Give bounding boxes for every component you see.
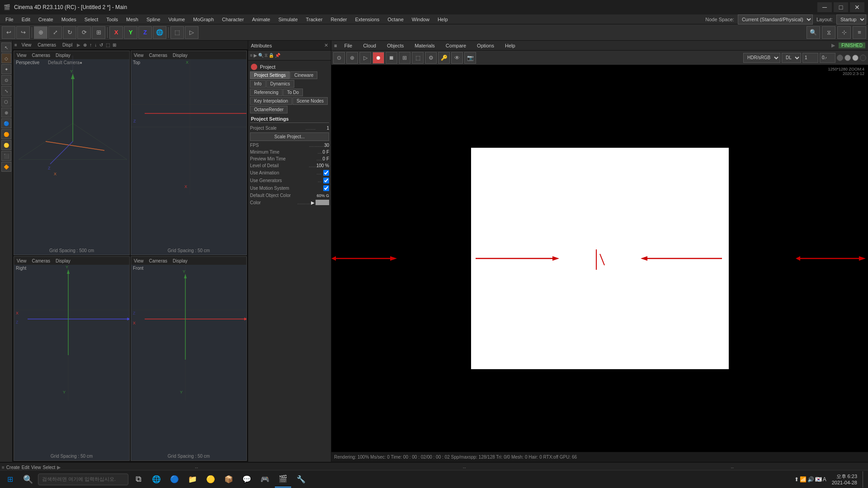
snap-icon[interactable]: ⊹ (837, 26, 851, 39)
menu-tools[interactable]: Tools (103, 16, 122, 23)
vp-t-display[interactable]: Display (171, 51, 189, 59)
menu-file[interactable]: File (2, 16, 17, 23)
render-key-btn[interactable]: 🔑 (438, 52, 450, 64)
app6-icon[interactable]: 💬 (239, 471, 255, 488)
tab-project-settings[interactable]: Project Settings (250, 71, 290, 79)
app5-icon[interactable]: 📦 (221, 471, 237, 488)
tool-9[interactable]: 🟠 (1, 129, 11, 139)
filter-icon[interactable]: ⧖ (822, 26, 835, 39)
tab-octane[interactable]: OctaneRender (250, 106, 288, 113)
vp-t-view[interactable]: View (132, 51, 146, 59)
attr-toolbar-lock[interactable]: 🔒 (269, 53, 274, 58)
cinema4d-taskbar-icon[interactable]: 🎬 (275, 471, 291, 488)
render-dot4[interactable] (860, 55, 866, 61)
folder-icon[interactable]: 📁 (184, 471, 201, 488)
vp-t-cameras[interactable]: Cameras (147, 51, 170, 59)
world-button[interactable]: 🌐 (153, 26, 166, 39)
tool-7[interactable]: ⊕ (1, 108, 11, 117)
rotate-button[interactable]: ↻ (63, 26, 76, 39)
obj-file-menu[interactable]: File (340, 42, 356, 49)
menu-create[interactable]: Create (35, 16, 57, 23)
menu-simulate[interactable]: Simulate (275, 16, 302, 23)
menu-tracker[interactable]: Tracker (302, 16, 326, 23)
tab-todo[interactable]: To Do (283, 89, 303, 96)
tl-select-btn[interactable]: Select (43, 465, 56, 470)
viewport-front[interactable]: View Cameras Display Front Y Y (131, 256, 247, 461)
ie-icon[interactable]: 🔵 (166, 471, 183, 488)
x-axis-button[interactable]: X (109, 26, 123, 39)
tool-rotate[interactable]: ⊙ (1, 75, 11, 85)
app7-icon[interactable]: 🎮 (257, 471, 273, 488)
taskbar-search-icon[interactable]: 🔍 (20, 471, 36, 488)
tl-create-btn[interactable]: Create (6, 465, 20, 470)
render-dot3[interactable] (852, 55, 859, 61)
menu-render[interactable]: Render (327, 16, 350, 23)
render-settings-btn[interactable]: ⚙ (425, 52, 437, 64)
menu-help[interactable]: Help (434, 16, 452, 23)
move-button[interactable]: ⊕ (34, 26, 47, 39)
use-generators-checkbox[interactable] (323, 178, 329, 183)
menu-animate[interactable]: Animate (248, 16, 274, 23)
task-view-icon[interactable]: ⧉ (130, 471, 146, 488)
tab-info[interactable]: Info (250, 80, 266, 88)
tool-move[interactable]: ✦ (1, 64, 11, 74)
render-post-btn[interactable]: ⬚ (412, 52, 424, 64)
render-dot1[interactable] (837, 55, 843, 61)
menu-octane[interactable]: Octane (384, 16, 407, 23)
render-lock-btn[interactable]: ⊕ (346, 52, 358, 64)
obj-expand-icon[interactable]: ▶ (831, 42, 835, 48)
render-view-btn2[interactable]: 👁 (451, 52, 463, 64)
menu-window[interactable]: Window (408, 16, 433, 23)
obj-cloud-menu[interactable]: Cloud (359, 42, 380, 49)
render-value1[interactable] (802, 53, 818, 63)
tool-11[interactable]: ⬛ (1, 151, 11, 161)
show-desktop-btn[interactable] (863, 471, 866, 488)
vp-r-cameras[interactable]: Cameras (30, 257, 52, 265)
attr-toolbar-arrow[interactable]: ▶ (254, 53, 257, 58)
render-mode-btn[interactable]: ⊙ (333, 52, 345, 64)
viewport-right[interactable]: View Cameras Display Right Y Z (14, 256, 130, 461)
z-axis-button[interactable]: Z (138, 26, 152, 39)
hdr-select[interactable]: HDR/sRGB (743, 53, 780, 63)
app9-icon[interactable]: 🔧 (293, 471, 309, 488)
color-arrow[interactable]: ▶ (311, 200, 315, 205)
obj-compare-menu[interactable]: Compare (442, 42, 470, 49)
attr-toolbar-pin[interactable]: 📌 (275, 53, 280, 58)
vp-cameras-btn[interactable]: Cameras (36, 41, 58, 49)
render-region-btn[interactable]: ⊞ (399, 52, 410, 64)
tl-view-btn[interactable]: View (31, 465, 41, 470)
vp-nav3[interactable]: ↺ (99, 42, 103, 47)
obj-options-menu[interactable]: Options (473, 42, 498, 49)
undo-button[interactable]: ↩ (2, 26, 15, 39)
redo-button[interactable]: ↪ (16, 26, 30, 39)
minimize-button[interactable]: ─ (817, 2, 832, 12)
render-camera-btn[interactable]: 📷 (464, 52, 476, 64)
dl-select[interactable]: DL (782, 53, 801, 63)
menu-extensions[interactable]: Extensions (351, 16, 383, 23)
color-swatch[interactable] (316, 200, 329, 205)
tool-12[interactable]: 🔶 (1, 162, 11, 172)
viewport-perspective[interactable]: View Cameras Display Perspective Default… (14, 51, 130, 255)
vp-icon2[interactable]: ⊞ (113, 42, 116, 47)
vp-f-view[interactable]: View (132, 257, 146, 265)
vp-r-display[interactable]: Display (54, 257, 72, 265)
vp-icon1[interactable]: ⬚ (106, 42, 110, 47)
close-button[interactable]: ✕ (850, 2, 864, 12)
vp-f-display[interactable]: Display (171, 257, 189, 265)
tl-menu-icon[interactable]: ≡ (2, 465, 5, 470)
transform-button[interactable]: ⟳ (77, 26, 91, 39)
taskbar-search[interactable]: 검색하려면 여기에 입력하십시오. (38, 474, 128, 485)
attr-toolbar-search[interactable]: 🔍 (258, 53, 264, 58)
tool5-button[interactable]: ⊞ (92, 26, 105, 39)
use-animation-checkbox[interactable] (323, 170, 329, 176)
use-motion-checkbox[interactable] (323, 185, 329, 191)
tab-cineware[interactable]: Cineware (290, 71, 317, 79)
vp-move-icon[interactable]: ⊕ (83, 42, 87, 47)
chrome-icon[interactable]: 🟡 (203, 471, 219, 488)
obj-help-menu[interactable]: Help (501, 42, 519, 49)
tool-10[interactable]: 🟡 (1, 140, 11, 150)
menu-volume[interactable]: Volume (165, 16, 189, 23)
tool-8[interactable]: 🔵 (1, 118, 11, 128)
viewport-top[interactable]: View Cameras Display Top Z X (131, 51, 247, 255)
scale-button[interactable]: ⤢ (48, 26, 62, 39)
